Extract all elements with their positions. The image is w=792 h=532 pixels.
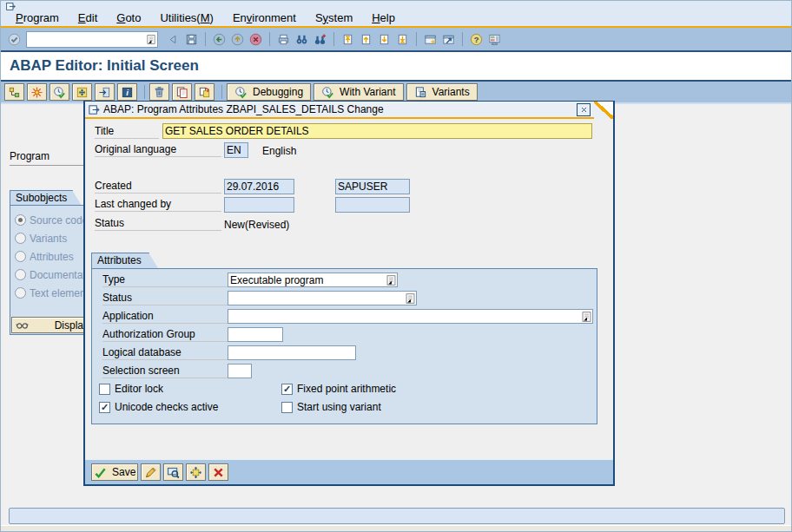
radio-icon bbox=[15, 269, 26, 280]
button-label: Variants bbox=[432, 86, 470, 98]
checkbox-unicode-checks-active[interactable]: ✓Unicode checks active bbox=[99, 400, 218, 414]
delete-trash-button[interactable] bbox=[149, 83, 169, 101]
nav-into-button[interactable] bbox=[95, 83, 115, 101]
info-button[interactable]: i bbox=[117, 83, 137, 101]
sap-gui-window: ProgramEditGotoUtilities(M)EnvironmentSy… bbox=[0, 0, 792, 532]
separator bbox=[333, 32, 334, 46]
subobject-option-documentation[interactable]: Documentation bbox=[15, 266, 89, 284]
subobject-option-text-elements[interactable]: Text elements bbox=[15, 284, 89, 302]
back-triangle-button[interactable] bbox=[164, 30, 182, 48]
find-button[interactable] bbox=[293, 30, 311, 48]
page-last-button[interactable] bbox=[393, 30, 412, 48]
find-next-button[interactable] bbox=[311, 30, 329, 48]
menu-system[interactable]: System bbox=[306, 11, 362, 24]
new-session-button[interactable] bbox=[421, 30, 439, 48]
debugging-button[interactable]: Debugging bbox=[227, 83, 311, 101]
execute-clock-button[interactable] bbox=[50, 83, 69, 101]
other-object-button[interactable] bbox=[4, 83, 24, 101]
enter-button[interactable] bbox=[5, 30, 23, 48]
variants-button[interactable]: Variants bbox=[406, 83, 478, 101]
edit-button[interactable] bbox=[141, 463, 161, 481]
page-first-button[interactable] bbox=[339, 30, 357, 48]
help-icon: ? bbox=[470, 33, 483, 46]
page-title: ABAP Editor: Initial Screen bbox=[10, 57, 199, 75]
radio-label: Text elements bbox=[30, 287, 89, 299]
dialog-title-bar[interactable]: ABAP: Program Attributes ZBAPI_SALES_DET… bbox=[85, 102, 613, 119]
checkbox-label: Editor lock bbox=[115, 383, 163, 395]
pencil-icon bbox=[144, 466, 157, 479]
authorization-group-field[interactable] bbox=[228, 327, 283, 342]
created-date-field bbox=[224, 179, 294, 194]
shortcut-button[interactable] bbox=[439, 30, 458, 48]
attributes-group-tab: Attributes bbox=[91, 253, 149, 268]
display-button[interactable]: Display bbox=[11, 317, 91, 333]
separator bbox=[462, 32, 463, 46]
circle-back-icon bbox=[213, 33, 226, 46]
radio-label: Source code bbox=[30, 214, 88, 227]
with-variant-button[interactable]: With Variant bbox=[314, 83, 403, 101]
save-button[interactable]: Save bbox=[91, 463, 138, 481]
status-field[interactable] bbox=[228, 291, 417, 305]
circle-exit-button[interactable] bbox=[228, 30, 247, 48]
type-field[interactable]: Executable program bbox=[228, 273, 398, 287]
radio-label: Attributes bbox=[30, 251, 74, 263]
field-value: Executable program bbox=[230, 274, 386, 286]
customize-button[interactable] bbox=[485, 30, 504, 48]
title-label: Title bbox=[95, 125, 159, 139]
command-history-button[interactable] bbox=[144, 32, 157, 47]
circle-back-button[interactable] bbox=[210, 30, 228, 48]
subobject-option-source-code[interactable]: Source code bbox=[15, 211, 89, 229]
command-input[interactable] bbox=[27, 33, 144, 45]
checkbox-start-using-variant[interactable]: Start using variant bbox=[281, 400, 381, 414]
checkbox-label: Start using variant bbox=[297, 401, 381, 413]
title-input[interactable] bbox=[162, 123, 592, 139]
cancel-button[interactable] bbox=[208, 463, 228, 481]
checkbox-editor-lock[interactable]: Editor lock bbox=[99, 382, 163, 396]
checkbox-icon bbox=[281, 402, 293, 413]
program-attributes-dialog: ABAP: Program Attributes ZBAPI_SALES_DET… bbox=[83, 101, 615, 486]
rename-button[interactable] bbox=[195, 83, 214, 101]
menu-edit[interactable]: Edit bbox=[69, 11, 107, 24]
dialog-close-button[interactable] bbox=[577, 103, 591, 116]
display-button[interactable] bbox=[163, 463, 183, 481]
svg-text:?: ? bbox=[474, 35, 479, 43]
page-up-button[interactable] bbox=[357, 30, 375, 48]
attributes-group-box: TypeExecutable programStatusApplicationA… bbox=[91, 268, 597, 424]
logical-database-field[interactable] bbox=[228, 345, 356, 360]
checkbox-label: Unicode checks active bbox=[115, 401, 218, 413]
back-triangle-icon bbox=[167, 33, 180, 46]
selection-screen-field[interactable] bbox=[228, 364, 252, 378]
circle-cancel-button[interactable] bbox=[247, 30, 265, 48]
combo-icon bbox=[581, 311, 592, 323]
save-disk-button[interactable] bbox=[182, 30, 201, 48]
menu-goto[interactable]: Goto bbox=[107, 11, 150, 24]
object-list-icon bbox=[76, 86, 89, 99]
subobject-option-attributes[interactable]: Attributes bbox=[15, 247, 89, 266]
menu-bar: ProgramEditGotoUtilities(M)EnvironmentSy… bbox=[1, 1, 791, 26]
dialog-icon bbox=[88, 103, 101, 116]
status-label: Status bbox=[95, 217, 221, 231]
bottom-edge bbox=[1, 525, 791, 532]
help-button[interactable]: ? bbox=[467, 30, 485, 48]
menu-help[interactable]: Help bbox=[362, 11, 405, 24]
dialog-title: ABAP: Program Attributes ZBAPI_SALES_DET… bbox=[103, 103, 577, 115]
application-field[interactable] bbox=[228, 309, 593, 324]
dialog-button-bar: Save bbox=[85, 459, 613, 484]
created-label: Created bbox=[95, 180, 221, 194]
menu-program[interactable]: Program bbox=[6, 11, 69, 24]
transport-button[interactable] bbox=[186, 463, 206, 481]
menu-utilities-m[interactable]: Utilities(M) bbox=[150, 11, 222, 24]
subobject-option-variants[interactable]: Variants bbox=[15, 229, 89, 247]
checkbox-fixed-point-arithmetic[interactable]: ✓Fixed point arithmetic bbox=[281, 382, 396, 396]
create-button[interactable] bbox=[27, 83, 47, 101]
program-field-label: Program bbox=[10, 150, 84, 166]
last-changed-label: Last changed by bbox=[95, 198, 221, 212]
copy-button[interactable] bbox=[172, 83, 192, 101]
object-list-button[interactable] bbox=[72, 83, 92, 101]
menu-environment[interactable]: Environment bbox=[223, 11, 306, 24]
transport-icon bbox=[189, 466, 202, 479]
printer-button[interactable] bbox=[274, 30, 293, 48]
status-value: New(Revised) bbox=[224, 219, 289, 231]
type-label: Type bbox=[102, 273, 228, 287]
page-down-button[interactable] bbox=[375, 30, 393, 48]
